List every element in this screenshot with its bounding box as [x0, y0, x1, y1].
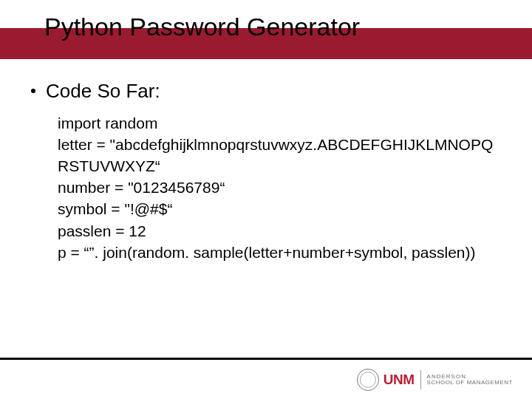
unm-wordmark: UNM — [383, 372, 415, 388]
unm-seal-icon — [357, 369, 379, 391]
code-line: letter = "abcdefghijklmnopqrstuvwxyz.ABC… — [58, 134, 501, 177]
heading-text: Code So Far: — [46, 80, 160, 102]
code-block: import random letter = "abcdefghijklmnop… — [58, 113, 501, 263]
slide-content: Code So Far: import random letter = "abc… — [0, 59, 532, 263]
code-line: number = "0123456789“ — [58, 177, 501, 198]
code-line: p = “”. join(random. sample(letter+numbe… — [58, 242, 501, 263]
school-name: ANDERSON SCHOOL OF MANAGEMENT — [427, 374, 513, 386]
footer-logo-text: UNM ANDERSON SCHOOL OF MANAGEMENT — [383, 370, 513, 389]
slide-title: Python Password Generator — [44, 13, 360, 41]
divider-icon — [420, 370, 421, 389]
code-line: passlen = 12 — [58, 221, 501, 242]
footer: UNM ANDERSON SCHOOL OF MANAGEMENT — [0, 358, 532, 399]
section-heading: Code So Far: — [31, 80, 501, 103]
code-line: import random — [58, 113, 501, 134]
code-line: symbol = "!@#$“ — [58, 199, 501, 219]
school-name-bottom: SCHOOL OF MANAGEMENT — [427, 380, 513, 386]
title-bar: Python Password Generator — [0, 0, 532, 59]
bullet-icon — [31, 89, 35, 93]
